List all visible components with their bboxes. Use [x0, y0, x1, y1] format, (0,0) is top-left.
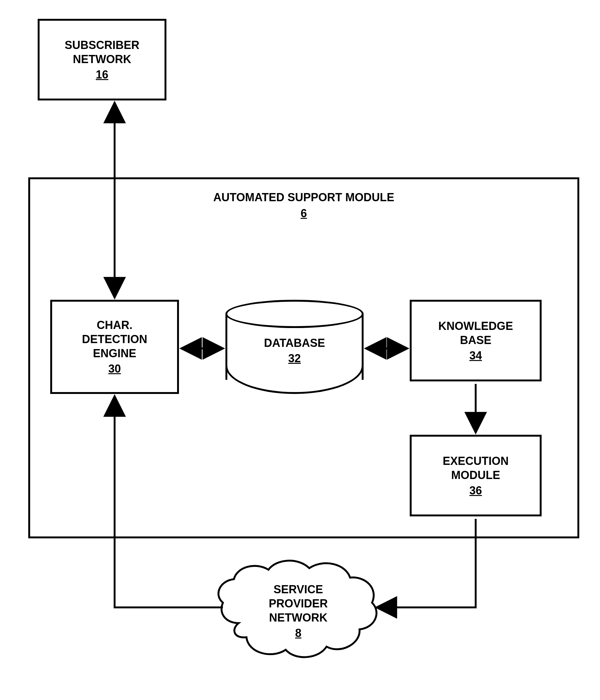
service-provider-network-ref: 8: [226, 626, 371, 640]
char-detection-engine-l3: ENGINE: [93, 346, 136, 360]
execution-module-l1: EXECUTION: [443, 454, 509, 468]
char-detection-engine-l1: CHAR.: [97, 318, 132, 332]
automated-support-module-title: AUTOMATED SUPPORT MODULE 6: [30, 190, 577, 221]
execution-module-ref: 36: [469, 483, 482, 498]
subscriber-network-ref: 16: [96, 68, 108, 82]
database-ref: 32: [225, 351, 364, 366]
service-provider-network-l1: SERVICE: [226, 582, 371, 596]
execution-module-l2: MODULE: [451, 468, 500, 482]
subscriber-network-block: SUBSCRIBER NETWORK 16: [38, 19, 167, 100]
automated-support-module-label: AUTOMATED SUPPORT MODULE: [30, 190, 577, 205]
execution-module-block: EXECUTION MODULE 36: [410, 435, 542, 516]
service-provider-network-l3: NETWORK: [226, 610, 371, 625]
automated-support-module-ref: 6: [30, 206, 577, 221]
knowledge-base-l2: BASE: [460, 333, 491, 347]
knowledge-base-ref: 34: [469, 348, 482, 362]
database-block: DATABASE 32: [225, 300, 364, 394]
service-provider-network-l2: PROVIDER: [226, 596, 371, 610]
knowledge-base-l1: KNOWLEDGE: [438, 319, 513, 333]
char-detection-engine-l2: DETECTION: [82, 332, 147, 346]
char-detection-engine-block: CHAR. DETECTION ENGINE 30: [50, 300, 179, 394]
char-detection-engine-ref: 30: [108, 361, 121, 376]
service-provider-network-label-wrap: SERVICE PROVIDER NETWORK 8: [226, 582, 371, 640]
knowledge-base-block: KNOWLEDGE BASE 34: [410, 300, 542, 381]
subscriber-network-label: SUBSCRIBER NETWORK: [40, 38, 165, 66]
database-label: DATABASE: [225, 336, 364, 350]
